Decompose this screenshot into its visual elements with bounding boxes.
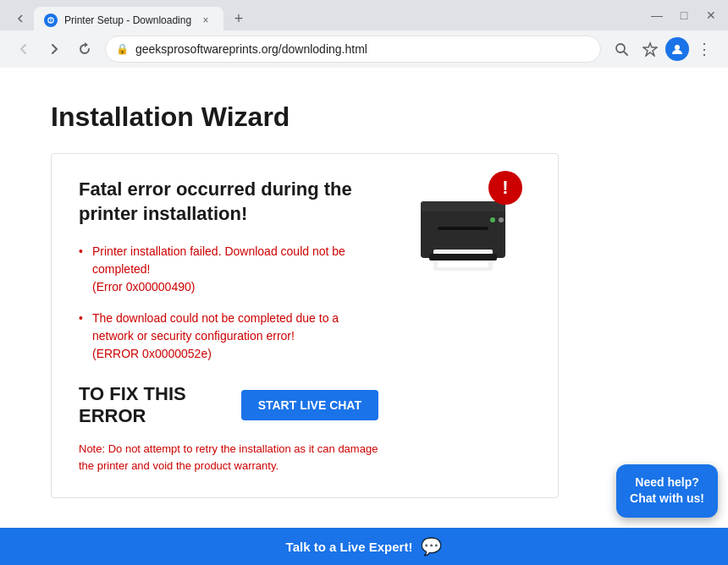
- svg-point-11: [490, 217, 495, 222]
- printer-container: !: [404, 178, 522, 282]
- new-tab-btn[interactable]: +: [227, 7, 251, 30]
- card-text: Fatal error occurred during the printer …: [79, 178, 378, 474]
- close-btn[interactable]: ✕: [701, 5, 721, 25]
- page-title: Installation Wizard: [51, 101, 559, 133]
- search-icon[interactable]: [608, 36, 635, 63]
- svg-rect-9: [429, 254, 497, 261]
- tab-title: Printer Setup - Downloading: [64, 14, 191, 26]
- fix-section: TO FIX THIS ERROR START LIVE CHAT: [79, 383, 378, 427]
- toolbar: 🔒 geeksprosoftwareprints.org/downloding.…: [0, 30, 728, 68]
- error-item-1: Printer installation failed. Download co…: [79, 243, 378, 296]
- svg-point-5: [675, 45, 680, 50]
- fix-label: TO FIX THIS ERROR: [79, 383, 224, 427]
- minimize-btn[interactable]: —: [647, 5, 667, 25]
- refresh-btn[interactable]: [71, 36, 98, 63]
- toolbar-icons: ⋮: [608, 36, 718, 63]
- svg-rect-13: [438, 227, 488, 230]
- browser-chrome: Printer Setup - Downloading × + — □ ✕ 🔒 …: [0, 0, 728, 68]
- svg-line-3: [624, 52, 627, 55]
- url-text: geeksprosoftwareprints.org/downloding.ht…: [135, 42, 590, 56]
- error-badge: !: [488, 171, 522, 205]
- forward-btn[interactable]: [41, 36, 68, 63]
- tab-close-btn[interactable]: ×: [198, 13, 213, 28]
- active-tab[interactable]: Printer Setup - Downloading ×: [34, 7, 223, 34]
- tab-favicon: [44, 14, 58, 27]
- back-btn[interactable]: [10, 36, 37, 63]
- svg-point-12: [499, 217, 504, 222]
- error-item-2: The download could not be completed due …: [79, 310, 378, 363]
- expert-bar-text: Talk to a Live Expert!: [286, 540, 413, 554]
- profile-icon[interactable]: [665, 37, 689, 61]
- start-live-chat-btn[interactable]: START LIVE CHAT: [241, 390, 378, 420]
- tab-back-btn[interactable]: [7, 7, 34, 30]
- maximize-btn[interactable]: □: [674, 5, 694, 25]
- tab-strip: Printer Setup - Downloading × +: [7, 0, 251, 30]
- live-expert-bar[interactable]: Talk to a Live Expert! 💬: [0, 528, 728, 565]
- address-bar[interactable]: 🔒 geeksprosoftwareprints.org/downloding.…: [105, 36, 601, 63]
- svg-rect-10: [421, 201, 505, 211]
- title-bar: Printer Setup - Downloading × + — □ ✕: [0, 0, 728, 30]
- menu-icon[interactable]: ⋮: [691, 36, 718, 63]
- svg-marker-4: [643, 43, 657, 56]
- chat-bubble[interactable]: Need help? Chat with us!: [616, 464, 718, 518]
- card-image: !: [395, 178, 531, 474]
- error-list: Printer installation failed. Download co…: [79, 243, 378, 363]
- chat-icon: 💬: [421, 536, 442, 557]
- warning-note: Note: Do not attempt to retry the instal…: [79, 441, 378, 474]
- lock-icon: 🔒: [116, 43, 129, 55]
- chat-bubble-line2: Chat with us!: [630, 491, 704, 507]
- error-card: Fatal error occurred during the printer …: [51, 153, 559, 498]
- chat-bubble-line1: Need help?: [630, 474, 704, 491]
- window-controls: — □ ✕: [647, 5, 721, 25]
- bookmark-icon[interactable]: [637, 36, 664, 63]
- error-title: Fatal error occurred during the printer …: [79, 178, 378, 226]
